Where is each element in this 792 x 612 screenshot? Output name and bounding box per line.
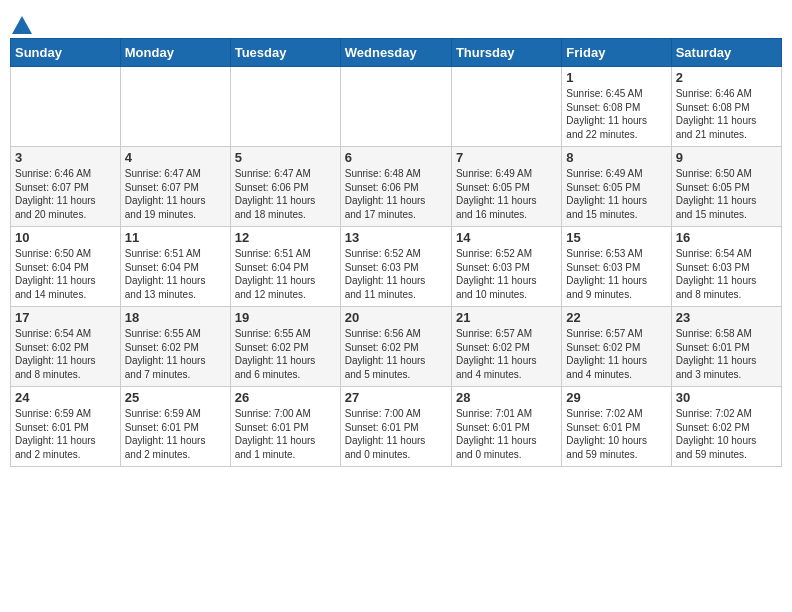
calendar-cell: 2Sunrise: 6:46 AM Sunset: 6:08 PM Daylig… <box>671 67 781 147</box>
day-number: 14 <box>456 230 557 245</box>
day-info: Sunrise: 6:47 AM Sunset: 6:06 PM Dayligh… <box>235 167 336 221</box>
day-number: 16 <box>676 230 777 245</box>
weekday-header-monday: Monday <box>120 39 230 67</box>
day-info: Sunrise: 6:49 AM Sunset: 6:05 PM Dayligh… <box>456 167 557 221</box>
calendar-cell: 3Sunrise: 6:46 AM Sunset: 6:07 PM Daylig… <box>11 147 121 227</box>
calendar-cell: 14Sunrise: 6:52 AM Sunset: 6:03 PM Dayli… <box>451 227 561 307</box>
day-number: 8 <box>566 150 666 165</box>
day-info: Sunrise: 6:50 AM Sunset: 6:04 PM Dayligh… <box>15 247 116 301</box>
day-number: 1 <box>566 70 666 85</box>
day-number: 21 <box>456 310 557 325</box>
calendar-cell: 9Sunrise: 6:50 AM Sunset: 6:05 PM Daylig… <box>671 147 781 227</box>
day-number: 4 <box>125 150 226 165</box>
day-number: 12 <box>235 230 336 245</box>
day-info: Sunrise: 7:02 AM Sunset: 6:02 PM Dayligh… <box>676 407 777 461</box>
day-info: Sunrise: 6:54 AM Sunset: 6:02 PM Dayligh… <box>15 327 116 381</box>
day-info: Sunrise: 6:57 AM Sunset: 6:02 PM Dayligh… <box>566 327 666 381</box>
day-number: 10 <box>15 230 116 245</box>
day-info: Sunrise: 7:01 AM Sunset: 6:01 PM Dayligh… <box>456 407 557 461</box>
calendar-week-row: 24Sunrise: 6:59 AM Sunset: 6:01 PM Dayli… <box>11 387 782 467</box>
day-info: Sunrise: 6:54 AM Sunset: 6:03 PM Dayligh… <box>676 247 777 301</box>
calendar-cell <box>230 67 340 147</box>
calendar-cell: 21Sunrise: 6:57 AM Sunset: 6:02 PM Dayli… <box>451 307 561 387</box>
calendar-cell: 12Sunrise: 6:51 AM Sunset: 6:04 PM Dayli… <box>230 227 340 307</box>
calendar-cell: 11Sunrise: 6:51 AM Sunset: 6:04 PM Dayli… <box>120 227 230 307</box>
day-number: 27 <box>345 390 447 405</box>
day-info: Sunrise: 6:52 AM Sunset: 6:03 PM Dayligh… <box>456 247 557 301</box>
day-number: 3 <box>15 150 116 165</box>
calendar-week-row: 3Sunrise: 6:46 AM Sunset: 6:07 PM Daylig… <box>11 147 782 227</box>
day-number: 29 <box>566 390 666 405</box>
day-number: 23 <box>676 310 777 325</box>
day-info: Sunrise: 6:55 AM Sunset: 6:02 PM Dayligh… <box>125 327 226 381</box>
day-number: 30 <box>676 390 777 405</box>
calendar-cell: 5Sunrise: 6:47 AM Sunset: 6:06 PM Daylig… <box>230 147 340 227</box>
calendar-cell: 17Sunrise: 6:54 AM Sunset: 6:02 PM Dayli… <box>11 307 121 387</box>
day-number: 13 <box>345 230 447 245</box>
calendar-cell: 29Sunrise: 7:02 AM Sunset: 6:01 PM Dayli… <box>562 387 671 467</box>
day-info: Sunrise: 6:51 AM Sunset: 6:04 PM Dayligh… <box>235 247 336 301</box>
day-number: 15 <box>566 230 666 245</box>
day-number: 19 <box>235 310 336 325</box>
day-number: 22 <box>566 310 666 325</box>
day-number: 2 <box>676 70 777 85</box>
weekday-header-saturday: Saturday <box>671 39 781 67</box>
calendar-cell: 30Sunrise: 7:02 AM Sunset: 6:02 PM Dayli… <box>671 387 781 467</box>
calendar-cell: 10Sunrise: 6:50 AM Sunset: 6:04 PM Dayli… <box>11 227 121 307</box>
page-header <box>10 10 782 34</box>
day-info: Sunrise: 6:46 AM Sunset: 6:08 PM Dayligh… <box>676 87 777 141</box>
calendar-cell: 18Sunrise: 6:55 AM Sunset: 6:02 PM Dayli… <box>120 307 230 387</box>
calendar-cell: 16Sunrise: 6:54 AM Sunset: 6:03 PM Dayli… <box>671 227 781 307</box>
day-info: Sunrise: 6:59 AM Sunset: 6:01 PM Dayligh… <box>15 407 116 461</box>
day-number: 18 <box>125 310 226 325</box>
calendar-cell: 22Sunrise: 6:57 AM Sunset: 6:02 PM Dayli… <box>562 307 671 387</box>
day-number: 17 <box>15 310 116 325</box>
calendar-cell: 25Sunrise: 6:59 AM Sunset: 6:01 PM Dayli… <box>120 387 230 467</box>
calendar-header-row: SundayMondayTuesdayWednesdayThursdayFrid… <box>11 39 782 67</box>
day-number: 25 <box>125 390 226 405</box>
calendar-cell: 1Sunrise: 6:45 AM Sunset: 6:08 PM Daylig… <box>562 67 671 147</box>
day-number: 6 <box>345 150 447 165</box>
calendar-cell: 27Sunrise: 7:00 AM Sunset: 6:01 PM Dayli… <box>340 387 451 467</box>
logo-triangle-icon <box>12 16 32 34</box>
weekday-header-tuesday: Tuesday <box>230 39 340 67</box>
calendar-cell: 19Sunrise: 6:55 AM Sunset: 6:02 PM Dayli… <box>230 307 340 387</box>
calendar-cell: 6Sunrise: 6:48 AM Sunset: 6:06 PM Daylig… <box>340 147 451 227</box>
day-number: 7 <box>456 150 557 165</box>
calendar-cell: 13Sunrise: 6:52 AM Sunset: 6:03 PM Dayli… <box>340 227 451 307</box>
day-info: Sunrise: 6:49 AM Sunset: 6:05 PM Dayligh… <box>566 167 666 221</box>
day-number: 9 <box>676 150 777 165</box>
weekday-header-thursday: Thursday <box>451 39 561 67</box>
day-info: Sunrise: 6:58 AM Sunset: 6:01 PM Dayligh… <box>676 327 777 381</box>
calendar-cell <box>451 67 561 147</box>
day-info: Sunrise: 6:56 AM Sunset: 6:02 PM Dayligh… <box>345 327 447 381</box>
day-info: Sunrise: 6:48 AM Sunset: 6:06 PM Dayligh… <box>345 167 447 221</box>
calendar-cell: 20Sunrise: 6:56 AM Sunset: 6:02 PM Dayli… <box>340 307 451 387</box>
calendar-cell: 23Sunrise: 6:58 AM Sunset: 6:01 PM Dayli… <box>671 307 781 387</box>
day-number: 5 <box>235 150 336 165</box>
day-number: 28 <box>456 390 557 405</box>
weekday-header-friday: Friday <box>562 39 671 67</box>
day-info: Sunrise: 6:55 AM Sunset: 6:02 PM Dayligh… <box>235 327 336 381</box>
calendar-table: SundayMondayTuesdayWednesdayThursdayFrid… <box>10 38 782 467</box>
day-info: Sunrise: 6:59 AM Sunset: 6:01 PM Dayligh… <box>125 407 226 461</box>
calendar-cell: 26Sunrise: 7:00 AM Sunset: 6:01 PM Dayli… <box>230 387 340 467</box>
day-info: Sunrise: 6:47 AM Sunset: 6:07 PM Dayligh… <box>125 167 226 221</box>
calendar-cell: 28Sunrise: 7:01 AM Sunset: 6:01 PM Dayli… <box>451 387 561 467</box>
day-info: Sunrise: 6:57 AM Sunset: 6:02 PM Dayligh… <box>456 327 557 381</box>
day-info: Sunrise: 7:00 AM Sunset: 6:01 PM Dayligh… <box>345 407 447 461</box>
calendar-week-row: 1Sunrise: 6:45 AM Sunset: 6:08 PM Daylig… <box>11 67 782 147</box>
weekday-header-wednesday: Wednesday <box>340 39 451 67</box>
day-info: Sunrise: 7:02 AM Sunset: 6:01 PM Dayligh… <box>566 407 666 461</box>
calendar-cell: 8Sunrise: 6:49 AM Sunset: 6:05 PM Daylig… <box>562 147 671 227</box>
day-info: Sunrise: 6:52 AM Sunset: 6:03 PM Dayligh… <box>345 247 447 301</box>
calendar-week-row: 17Sunrise: 6:54 AM Sunset: 6:02 PM Dayli… <box>11 307 782 387</box>
calendar-cell: 24Sunrise: 6:59 AM Sunset: 6:01 PM Dayli… <box>11 387 121 467</box>
day-info: Sunrise: 7:00 AM Sunset: 6:01 PM Dayligh… <box>235 407 336 461</box>
calendar-cell: 4Sunrise: 6:47 AM Sunset: 6:07 PM Daylig… <box>120 147 230 227</box>
calendar-cell: 15Sunrise: 6:53 AM Sunset: 6:03 PM Dayli… <box>562 227 671 307</box>
calendar-cell <box>340 67 451 147</box>
day-info: Sunrise: 6:46 AM Sunset: 6:07 PM Dayligh… <box>15 167 116 221</box>
day-number: 26 <box>235 390 336 405</box>
day-number: 20 <box>345 310 447 325</box>
